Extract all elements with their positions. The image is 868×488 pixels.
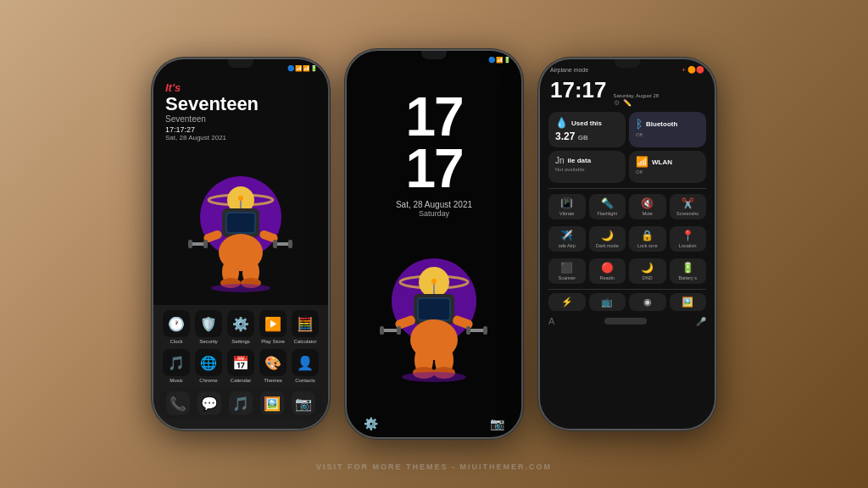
astronaut-area-left <box>153 145 328 305</box>
airplane-btn[interactable]: ✈️ ode Airp <box>548 226 586 252</box>
phone-center: · 🔵📶🔋 17 17 Sat, 28 August 2021 Saturday <box>345 49 523 439</box>
svg-point-29 <box>431 279 437 284</box>
right-time-row: 17:17 Saturday, August 28 ⚙ ✏️ <box>542 75 713 108</box>
location-btn[interactable]: 📍 Location <box>670 226 707 252</box>
screenshot-label: Screensho <box>676 211 698 216</box>
dock-camera[interactable]: 📷 <box>292 391 315 415</box>
right-screen: Airplane mode + 🟠🔴 17:17 Saturday, Augus… <box>540 59 715 429</box>
scanner-icon: ⬛ <box>560 262 573 274</box>
center-date: Sat, 28 August 2021 <box>396 200 472 209</box>
lockscreen-btn[interactable]: 🔒 Lock scre <box>629 226 666 252</box>
svg-rect-27 <box>419 299 449 319</box>
notch-right <box>615 59 640 68</box>
dock-gallery[interactable]: 🖼️ <box>260 391 284 415</box>
wlan-icon: 📶 <box>636 156 648 168</box>
dock-music[interactable]: 🎵 <box>229 391 253 415</box>
center-screen: · 🔵📶🔋 17 17 Sat, 28 August 2021 Saturday <box>347 51 521 437</box>
app-calculator[interactable]: 🧮 Calculator <box>292 310 319 344</box>
svg-rect-5 <box>227 214 254 232</box>
bluetooth-status: Off <box>636 132 699 137</box>
battery-icon: 🔋 <box>682 262 694 274</box>
keyboard-row: A 🎤 <box>542 314 713 328</box>
mobile-label: ile data <box>568 157 592 164</box>
center-camera-icon[interactable]: 📷 <box>490 417 504 430</box>
svg-rect-16 <box>288 240 292 248</box>
battery-btn[interactable]: 🔋 Battery s <box>670 258 707 284</box>
dock-messages[interactable]: 💬 <box>198 391 221 415</box>
lockscreen-icon: 🔒 <box>641 230 654 241</box>
bottom-tile-3[interactable]: ◉ <box>629 293 666 311</box>
astronaut-svg-left <box>181 158 300 293</box>
app-playstore[interactable]: ▶️ Play Store <box>259 310 287 344</box>
phones-container: 🔵📶📶🔋 It's Seventeen Seventeen 17:17:27 S… <box>0 0 868 488</box>
separator-1 <box>548 188 706 189</box>
astronaut-area-center <box>370 218 498 410</box>
vibrate-icon: 📳 <box>560 197 573 209</box>
app-themes[interactable]: 🎨 Themes <box>259 349 287 383</box>
mute-btn[interactable]: 🔇 Mute <box>629 194 666 219</box>
data-label: Used this <box>571 119 602 127</box>
main-title: Seventeen <box>165 94 316 114</box>
settings-icon-right[interactable]: ⚙ <box>614 99 620 107</box>
right-time-display: 17:17 <box>550 77 607 103</box>
right-date-display: Saturday, August 28 <box>614 93 659 98</box>
side-btn-center[interactable] <box>521 136 523 161</box>
dnd-btn[interactable]: 🌙 DND <box>629 258 666 284</box>
mic-bar <box>604 318 647 324</box>
darkmode-btn[interactable]: 🌙 Dark mode <box>589 226 626 252</box>
keyboard-icon: A <box>548 316 554 326</box>
reading-btn[interactable]: 🔴 Readin <box>589 258 626 284</box>
dnd-label: DND <box>643 275 653 280</box>
data-icon: 💧 <box>555 117 568 129</box>
svg-point-43 <box>402 372 466 382</box>
bluetooth-label: Bluetooth <box>646 120 677 128</box>
svg-rect-15 <box>273 240 277 248</box>
center-hour: 17 <box>405 92 462 143</box>
app-settings[interactable]: ⚙️ Settings <box>227 310 254 344</box>
lockscreen-label: Lock scre <box>637 243 658 248</box>
app-calendar[interactable]: 📅 Calendar <box>227 349 254 383</box>
image-icon: 🖼️ <box>682 297 693 308</box>
ctrl-buttons-row3: ⬛ Scanner 🔴 Readin 🌙 DND 🔋 Battery s <box>542 255 713 287</box>
app-music[interactable]: 🎵 Music <box>163 349 190 383</box>
lightning-icon: ⚡ <box>561 297 573 308</box>
app-row-1: 🕐 Clock 🛡️ Security ⚙️ Settings ▶️ Play … <box>160 310 321 344</box>
wlan-tile[interactable]: 📶 WLAN Off <box>629 151 706 183</box>
bottom-tile-4[interactable]: 🖼️ <box>670 293 707 311</box>
flashlight-icon: 🔦 <box>601 197 614 209</box>
notch-center <box>421 51 447 59</box>
bottom-tile-1[interactable]: ⚡ <box>548 293 586 311</box>
svg-rect-37 <box>466 326 470 335</box>
vibrate-btn[interactable]: 📳 Vibrate <box>548 194 586 219</box>
right-bottom-row: ⚡ 📺 ◉ 🖼️ <box>542 291 713 314</box>
center-minute: 17 <box>405 143 462 195</box>
watermark: VISIT FOR MORE THEMES - MIUITHEMER.COM <box>0 463 868 471</box>
location-icon: 📍 <box>682 230 694 241</box>
flashlight-btn[interactable]: 🔦 Flashlight <box>589 194 626 219</box>
center-settings-icon[interactable]: ⚙️ <box>364 417 378 430</box>
side-btn-left[interactable] <box>328 144 330 169</box>
bluetooth-tile[interactable]: ᛒ Bluetooth Off <box>629 112 706 147</box>
scanner-btn[interactable]: ⬛ Scanner <box>548 258 586 284</box>
edit-icon-right[interactable]: ✏️ <box>623 99 632 107</box>
mobile-data-tile[interactable]: Jn ile data Not available <box>548 151 626 183</box>
mic-icon: 🎤 <box>696 317 706 326</box>
mute-icon: 🔇 <box>641 197 654 209</box>
app-chrome[interactable]: 🌐 Chrome <box>195 349 222 383</box>
app-contacts[interactable]: 👤 Contacts <box>292 349 319 383</box>
screenshot-btn[interactable]: ✂️ Screensho <box>670 194 707 219</box>
app-clock[interactable]: 🕐 Clock <box>163 310 190 344</box>
vibrate-label: Vibrate <box>559 211 574 216</box>
location-label: Location <box>679 243 697 248</box>
app-security[interactable]: 🛡️ Security <box>195 310 222 344</box>
mobile-icon: Jn <box>555 156 565 165</box>
side-btn-right[interactable] <box>715 144 716 169</box>
separator-2 <box>548 289 706 290</box>
data-tile[interactable]: 💧 Used this 3.27 GB <box>548 112 626 147</box>
wlan-label: WLAN <box>652 158 672 166</box>
dock-phone[interactable]: 📞 <box>166 391 190 415</box>
airplane-icon: ✈️ <box>560 230 573 241</box>
bottom-tile-2[interactable]: 📺 <box>589 293 626 311</box>
astronaut-svg-center <box>370 241 498 385</box>
time-display: 17:17:27 <box>165 125 316 134</box>
